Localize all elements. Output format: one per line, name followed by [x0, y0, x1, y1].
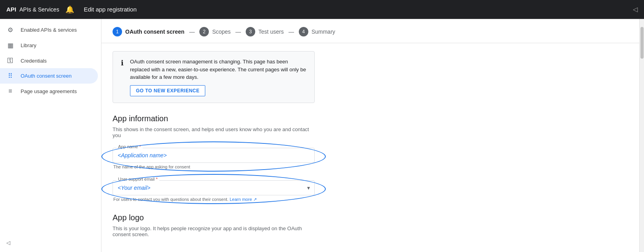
content-scroll: ℹ OAuth consent screen management is cha… [101, 43, 639, 252]
step-divider-1: — [189, 29, 195, 35]
email-label: User support email * [117, 177, 159, 181]
content-area: 1 OAuth consent screen — 2 Scopes — 3 Te… [101, 19, 639, 252]
step-divider-2: — [235, 29, 241, 35]
topbar-collapse-icon[interactable]: ◁ [633, 6, 638, 13]
sidebar-label-page-usage: Page usage agreements [21, 88, 77, 94]
step-3: 3 Test users [246, 27, 284, 36]
sidebar-item-page-usage[interactable]: ≡ Page usage agreements [0, 84, 98, 99]
app-information-desc: This shows in the consent screen, and he… [113, 126, 319, 138]
email-required: * [156, 177, 157, 181]
go-to-new-experience-button[interactable]: GO TO NEW EXPERIENCE [130, 85, 205, 96]
step-2-label: Scopes [212, 29, 231, 35]
main-layout: ⚙ Enabled APIs & services ▦ Library ⚿ Cr… [0, 19, 644, 252]
app-name-wrapper: App name * [113, 148, 315, 163]
email-hint: For users to contact you with questions … [113, 197, 315, 202]
step-2-circle: 2 [199, 27, 209, 36]
scrollbar-thumb [640, 27, 644, 59]
external-link-icon: ↗ [253, 197, 257, 202]
sidebar: ⚙ Enabled APIs & services ▦ Library ⚿ Cr… [0, 19, 101, 252]
notice-content: OAuth consent screen management is chang… [130, 58, 306, 96]
service-title: APIs & Services [19, 6, 59, 13]
app-name-required: * [139, 144, 141, 149]
notice-box: ℹ OAuth consent screen management is cha… [113, 51, 315, 103]
user-support-email-select[interactable]: <Your email> [113, 180, 315, 195]
email-wrapper: User support email * <Your email> ▾ [113, 180, 315, 195]
scrollbar[interactable] [639, 19, 644, 252]
app-logo-title: App logo [113, 213, 628, 222]
notice-text: OAuth consent screen management is chang… [130, 58, 306, 81]
page-title: Edit app registration [84, 6, 633, 13]
sidebar-label-oauth: OAuth consent screen [21, 73, 72, 79]
app-name-field-group: App name * The name of the app asking fo… [113, 148, 315, 169]
library-icon: ▦ [6, 42, 14, 49]
page-usage-icon: ≡ [6, 88, 14, 95]
stepper-bar: 1 OAuth consent screen — 2 Scopes — 3 Te… [101, 19, 639, 43]
info-icon: ℹ [121, 59, 124, 67]
sidebar-item-credentials[interactable]: ⚿ Credentials [0, 53, 98, 68]
step-1: 1 OAuth consent screen [113, 27, 184, 36]
app-name-label: App name * [117, 144, 143, 149]
app-information-title: App information [113, 114, 628, 123]
sidebar-label-library: Library [21, 42, 36, 48]
sidebar-item-oauth-consent[interactable]: ⠿ OAuth consent screen [0, 68, 98, 84]
step-1-circle: 1 [113, 27, 122, 36]
sidebar-label-credentials: Credentials [21, 58, 47, 64]
email-learn-more-link[interactable]: Learn more ↗ [230, 197, 257, 202]
step-2: 2 Scopes [199, 27, 231, 36]
app-logo-section: App logo This is your logo. It helps peo… [113, 213, 628, 237]
step-divider-3: — [289, 29, 294, 35]
notification-bell-icon[interactable]: 🔔 [65, 5, 74, 14]
key-icon: ⚿ [6, 57, 14, 64]
sidebar-item-library[interactable]: ▦ Library [0, 38, 98, 53]
step-4-circle: 4 [299, 27, 308, 36]
step-3-circle: 3 [246, 27, 255, 36]
top-bar: API APIs & Services 🔔 Edit app registrat… [0, 0, 644, 19]
oauth-icon: ⠿ [6, 72, 14, 80]
sidebar-item-enabled-apis[interactable]: ⚙ Enabled APIs & services [0, 22, 98, 38]
app-name-input[interactable] [113, 148, 315, 163]
user-support-email-group: User support email * <Your email> ▾ For … [113, 180, 315, 202]
api-label: API [6, 6, 16, 13]
sidebar-label-enabled-apis: Enabled APIs & services [21, 27, 77, 33]
app-name-hint: The name of the app asking for consent [113, 164, 315, 169]
step-3-label: Test users [258, 29, 284, 35]
sidebar-collapse-button[interactable]: ◁ [0, 237, 17, 249]
app-logo-desc: This is your logo. It helps people recog… [113, 225, 319, 237]
gear-icon: ⚙ [6, 26, 14, 34]
step-4-label: Summary [311, 29, 335, 35]
step-1-label: OAuth consent screen [125, 29, 184, 35]
step-4: 4 Summary [299, 27, 335, 36]
